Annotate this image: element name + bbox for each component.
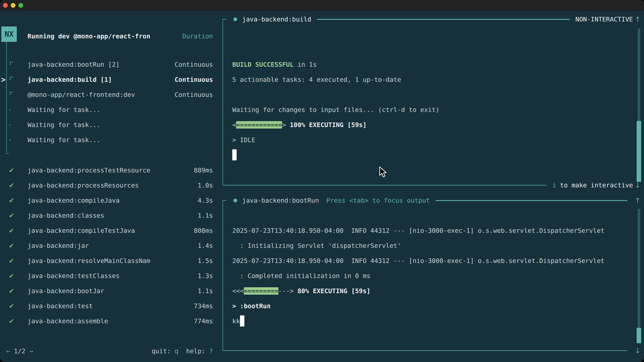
text-cursor — [240, 316, 244, 327]
output-text: < — [232, 121, 236, 129]
task-row-running[interactable]: ·Waiting for task... — [0, 117, 218, 132]
quit-label: quit: — [152, 348, 174, 355]
waiting-dot-icon: · — [9, 132, 11, 147]
bootrun-pane-footer: ↓ — [223, 343, 642, 358]
task-duration: Continuous — [174, 87, 213, 102]
task-row-completed[interactable]: ✔java-backend:processResources1.0s — [0, 178, 218, 193]
output-line: : Initializing Servlet 'dispatcherServle… — [232, 238, 628, 253]
task-row-running[interactable]: >⠋java-backend:build [1]Continuous — [0, 72, 218, 87]
output-text: 2025-07-23T13:40:18.950-04:00 INFO 44312… — [232, 257, 604, 265]
pane-corner — [223, 19, 226, 19]
task-row-completed[interactable]: ✔java-backend:assemble774ms — [0, 314, 218, 329]
task-row-completed[interactable]: ✔java-backend:bootJar1.1s — [0, 283, 218, 299]
build-scrollbar-thumb[interactable] — [636, 121, 641, 182]
text-cursor — [232, 149, 237, 160]
task-row-running[interactable]: ·Waiting for task... — [0, 132, 218, 147]
check-icon: ✔ — [9, 268, 14, 283]
task-row-running[interactable]: ⠋@mono-app/react-frontend:devContinuous — [0, 87, 218, 102]
task-row-running[interactable]: ·Waiting for task... — [0, 102, 218, 117]
bootrun-scrollbar-track[interactable] — [638, 209, 640, 328]
task-duration: 1.1s — [198, 283, 213, 299]
output-line: kk — [232, 314, 628, 329]
pane-border-line — [223, 350, 627, 351]
task-duration: 808ms — [194, 223, 213, 238]
bootrun-scrollbar-thumb[interactable] — [636, 328, 641, 343]
task-label: @mono-app/react-frontend:dev — [28, 87, 135, 102]
running-bullet-icon — [234, 199, 237, 202]
build-pane-header[interactable]: java-backend:build NON-INTERACTIVE ↑ — [223, 12, 642, 27]
output-line — [232, 27, 628, 42]
help-key: ? — [209, 348, 213, 355]
output-text: > :bootRun — [232, 302, 271, 310]
task-row-completed[interactable]: ✔java-backend:compileJava4.3s — [0, 193, 218, 208]
build-pane-title: java-backend:build — [242, 15, 311, 23]
minimize-button[interactable] — [11, 3, 16, 8]
check-icon: ✔ — [9, 223, 14, 238]
output-text: in 1s — [294, 61, 317, 68]
interactive-hint-key: i — [552, 182, 556, 189]
quit-key: q — [174, 348, 178, 355]
build-pane-footer: i to make interactive ↓ — [223, 178, 642, 193]
close-button[interactable] — [3, 3, 8, 8]
task-row-completed[interactable]: ✔java-backend:jar1.4s — [0, 238, 218, 253]
task-label: java-backend:compileJava — [28, 193, 120, 208]
scroll-up-icon[interactable]: ↑ — [633, 196, 642, 205]
scroll-up-icon[interactable]: ↑ — [633, 15, 642, 23]
output-line: > :bootRun — [232, 299, 628, 314]
output-line: <<<=========---> 80% EXECUTING [59s] — [232, 283, 628, 299]
check-icon: ✔ — [9, 238, 14, 253]
check-icon: ✔ — [9, 163, 14, 178]
focus-output-hint: Press <tab> to focus output — [326, 197, 430, 204]
bootrun-pane-header[interactable]: java-backend:bootRun Press <tab> to focu… — [223, 193, 642, 208]
output-line — [232, 42, 628, 57]
task-row-completed[interactable]: ✔java-backend:resolveMainClassNam1.5s — [0, 253, 218, 268]
duration-column-header: Duration — [182, 29, 213, 44]
nx-tui: NX Running dev @mono-app/react-fron Dura… — [0, 11, 644, 362]
page-next-icon[interactable]: → — [29, 348, 33, 355]
task-row-completed[interactable]: ✔java-backend:processTestResource889ms — [0, 163, 218, 178]
bootrun-pane-output[interactable]: 2025-07-23T13:40:18.950-04:00 INFO 44312… — [232, 208, 628, 329]
output-text: > — [282, 121, 290, 129]
pane-border-line — [436, 200, 627, 201]
task-label: java-backend:testClasses — [28, 268, 120, 283]
output-text: : Initializing Servlet 'dispatcherServle… — [232, 242, 401, 249]
task-duration: 1.1s — [198, 208, 213, 223]
task-duration: 1.0s — [198, 178, 213, 193]
task-row-completed[interactable]: ✔java-backend:compileTestJava808ms — [0, 223, 218, 238]
output-line — [232, 87, 628, 102]
task-label: Waiting for task... — [28, 132, 100, 147]
build-pane-output[interactable]: BUILD SUCCESSFUL in 1s5 actionable tasks… — [232, 27, 628, 163]
title-bar[interactable] — [0, 0, 644, 11]
pane-border-line — [223, 185, 547, 186]
build-scrollbar-track[interactable] — [638, 28, 640, 121]
task-row-completed[interactable]: ✔java-backend:test734ms — [0, 299, 218, 314]
output-text: kk — [232, 318, 240, 325]
task-label: java-backend:processTestResource — [28, 163, 150, 178]
running-bullet-icon — [234, 17, 237, 21]
output-line — [232, 147, 628, 163]
output-line: 2025-07-23T13:40:18.950-04:00 INFO 44312… — [232, 223, 628, 238]
scroll-down-icon[interactable]: ↓ — [633, 181, 642, 189]
task-row-running[interactable]: ⠋java-backend:bootRun [2]Continuous — [0, 57, 218, 72]
interactive-hint-text: to make interactive — [556, 182, 633, 189]
spinner-icon: ⠋ — [9, 87, 14, 102]
output-text: : Completed initialization in 0 ms — [232, 272, 370, 280]
task-label: java-backend:compileTestJava — [28, 223, 135, 238]
task-label: java-backend:assemble — [28, 314, 108, 329]
output-text: 100% EXECUTING [59s] — [290, 121, 366, 129]
spinner-icon: ⠋ — [9, 57, 14, 72]
spinner-icon: ⠋ — [9, 72, 14, 87]
task-duration: 4.3s — [198, 193, 213, 208]
help-label: help: — [178, 348, 209, 355]
mouse-cursor — [379, 167, 388, 178]
zoom-button[interactable] — [18, 3, 23, 8]
output-text: ============ — [236, 121, 282, 129]
scroll-down-icon[interactable]: ↓ — [633, 347, 642, 355]
pager: ← 1/2 → — [6, 344, 33, 359]
output-line: 2025-07-23T13:40:18.950-04:00 INFO 44312… — [232, 253, 628, 268]
task-row-completed[interactable]: ✔java-backend:testClasses1.3s — [0, 268, 218, 283]
task-row-completed[interactable]: ✔java-backend:classes1.1s — [0, 208, 218, 223]
output-line: Waiting for changes to input files... (c… — [232, 102, 628, 117]
task-duration: 1.4s — [198, 238, 213, 253]
page-prev-icon[interactable]: ← — [6, 348, 10, 355]
